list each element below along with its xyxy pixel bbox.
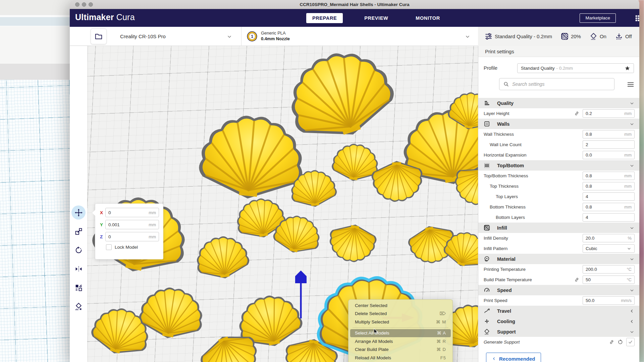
setting-row-layer-height: Layer Height0.2mm <box>478 108 639 119</box>
menu-separator <box>353 327 448 328</box>
tab-prepare[interactable]: PREPARE <box>306 13 343 23</box>
move-tool[interactable] <box>71 205 86 220</box>
recommended-button[interactable]: Recommended <box>486 353 541 362</box>
search-placeholder: Search settings <box>512 81 545 87</box>
support-blocker-tool[interactable] <box>71 299 86 313</box>
section-header-walls[interactable]: Walls <box>478 119 639 129</box>
menu-item-select-all-models[interactable]: Select All Models⌘ A <box>350 329 451 338</box>
extruder-number: 1 <box>251 34 253 39</box>
setting-value-field[interactable]: 0.8mm <box>583 182 635 190</box>
setting-row-print-speed: Print Speed50.0mm/s <box>478 295 639 306</box>
setting-value-field[interactable]: 0.8mm <box>583 203 635 211</box>
shell-model[interactable] <box>369 155 426 212</box>
setting-row-build-plate-temperature: Build Plate Temperature50°C <box>478 275 639 285</box>
summary-adhesion: Off <box>625 34 632 39</box>
chevron-left-icon <box>492 356 496 361</box>
setting-row-infill-pattern: Infill PatternCubic <box>478 243 639 254</box>
reset-icon[interactable] <box>618 339 623 345</box>
apps-grid-icon[interactable] <box>635 14 639 22</box>
setting-value-field[interactable]: 0.8mm <box>583 172 635 180</box>
link-icon[interactable] <box>609 339 614 345</box>
scale-icon <box>74 227 83 236</box>
settings-filter-menu-icon[interactable] <box>627 80 635 88</box>
menu-item-delete-selected[interactable]: Delete Selected⌦ <box>350 310 451 318</box>
setting-label: Wall Line Count <box>484 142 522 147</box>
background-strip <box>0 64 70 80</box>
section-header-infill[interactable]: Infill <box>478 223 639 233</box>
background-window <box>0 0 70 362</box>
setting-value-field[interactable]: 0.2mm <box>583 109 635 118</box>
setting-value-field[interactable]: 200.0°C <box>583 265 635 274</box>
section-header-cooling[interactable]: Cooling <box>478 316 639 326</box>
x-position-input[interactable] <box>108 210 135 215</box>
setting-label: Bottom Layers <box>484 215 525 220</box>
search-settings-field[interactable]: Search settings <box>499 78 614 90</box>
setting-label: Infill Pattern <box>484 246 507 251</box>
profile-value: Standard Quality <box>521 66 555 71</box>
z-position-field[interactable]: mm <box>105 232 159 241</box>
printer-selector[interactable]: Creality CR-10S Pro <box>112 27 243 46</box>
menu-item-multiply-selected[interactable]: Multiply Selected⌘ M <box>350 318 451 326</box>
shell-model[interactable] <box>190 223 254 288</box>
setting-row-horizontal-expansion: Horizontal Expansion0.0mm <box>478 150 639 160</box>
tab-monitor[interactable]: MONITOR <box>410 13 446 23</box>
link-icon[interactable] <box>574 111 580 116</box>
mirror-tool[interactable] <box>71 262 86 276</box>
x-axis-label: X <box>100 210 105 215</box>
setting-label: Infill Density <box>484 236 508 241</box>
setting-row-top-bottom-thickness: Top/Bottom Thickness0.8mm <box>478 171 639 181</box>
section-title: Travel <box>497 308 511 314</box>
section-header-speed[interactable]: Speed <box>478 285 639 295</box>
y-position-input[interactable] <box>108 222 135 227</box>
setting-value-field[interactable]: 50.0mm/s <box>583 296 635 305</box>
material-selector[interactable]: 1 Generic PLA 0.4mm Nozzle <box>241 27 478 46</box>
setting-value-field[interactable]: 20.0% <box>583 234 635 242</box>
menu-item-clear-build-plate[interactable]: Clear Build Plate⌘ D <box>350 346 451 354</box>
section-header-travel[interactable]: Travel <box>478 306 639 316</box>
infill-icon <box>561 33 569 40</box>
print-settings-summary[interactable]: Standard Quality - 0.2mm 20% On Off <box>478 27 639 46</box>
logo-cura: Cura <box>116 12 135 22</box>
section-header-material[interactable]: Material <box>478 254 639 264</box>
window-titlebar[interactable]: CCR10SPRO_Mermaid Hair Shells - Ultimake… <box>70 0 639 9</box>
setting-value-field[interactable]: 4 <box>583 213 635 222</box>
per-model-settings-tool[interactable] <box>71 281 86 295</box>
marketplace-button[interactable]: Marketplace <box>580 13 616 23</box>
star-icon[interactable] <box>625 65 630 71</box>
profile-dropdown[interactable]: Standard Quality - 0.2mm <box>517 63 634 73</box>
sliders-icon <box>485 33 492 40</box>
support-icon <box>484 328 490 335</box>
scale-tool[interactable] <box>71 224 86 238</box>
section-header-quality[interactable]: Quality <box>478 98 639 108</box>
x-position-field[interactable]: mm <box>105 208 159 217</box>
configuration-bar: Creality CR-10S Pro 1 Generic PLA 0.4mm … <box>70 27 639 46</box>
y-position-field[interactable]: mm <box>105 220 159 229</box>
setting-label: Top/Bottom Thickness <box>484 173 528 178</box>
app-header: UltimakerCura PREPAREPREVIEWMONITOR Mark… <box>70 9 639 27</box>
chevron-down-icon <box>629 329 635 335</box>
move-tool-panel: X mm Y mm Z mm Lock Model <box>95 203 163 259</box>
setting-value-field[interactable]: 2 <box>583 140 635 149</box>
unit-label: mm <box>149 222 156 227</box>
menu-item-center-selected[interactable]: Center Selected <box>350 301 451 310</box>
profile-label: Profile <box>484 65 497 71</box>
walls-icon <box>484 121 490 127</box>
section-title: Material <box>497 256 516 262</box>
setting-value-field[interactable]: 50°C <box>583 276 635 284</box>
setting-value-field[interactable]: 4 <box>583 192 635 201</box>
link-icon[interactable] <box>574 277 580 283</box>
rotate-tool[interactable] <box>71 243 86 257</box>
lock-model-checkbox[interactable] <box>106 244 112 250</box>
move-handle-y-arrow[interactable] <box>294 270 308 318</box>
open-file-button[interactable] <box>91 28 107 44</box>
setting-value-field[interactable]: 0.8mm <box>583 130 635 138</box>
menu-item-reload-all-models[interactable]: Reload All ModelsF5 <box>350 354 451 362</box>
menu-item-arrange-all-models[interactable]: Arrange All Models⌘ R <box>350 337 451 346</box>
section-header-top-bottom[interactable]: Top/Bottom <box>478 160 639 171</box>
setting-checkbox[interactable] <box>626 338 635 346</box>
section-header-support[interactable]: Support <box>478 326 639 337</box>
z-position-input[interactable] <box>108 234 135 239</box>
setting-value-field[interactable]: 0.0mm <box>583 151 635 159</box>
setting-dropdown[interactable]: Cubic <box>583 244 635 253</box>
tab-preview[interactable]: PREVIEW <box>358 13 394 23</box>
